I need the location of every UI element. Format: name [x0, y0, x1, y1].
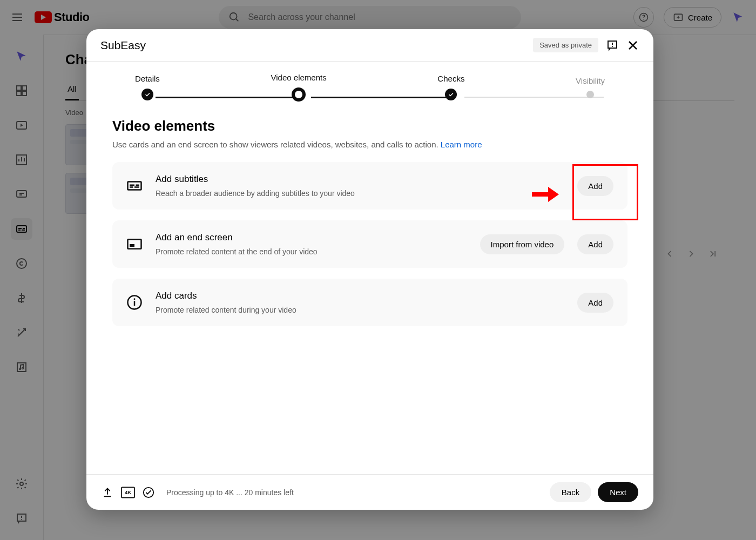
modal-header: SubEasy Saved as private — [86, 29, 653, 62]
section-desc-text: Use cards and an end screen to show view… — [112, 140, 441, 149]
close-icon[interactable] — [626, 39, 639, 52]
card-cards: Add cards Promote related content during… — [112, 279, 627, 326]
step-connector — [311, 97, 450, 98]
check-circle-icon — [143, 487, 154, 498]
svg-rect-23 — [130, 244, 134, 247]
current-step-icon — [292, 87, 306, 102]
endscreen-icon — [126, 236, 143, 252]
step-details[interactable]: Details — [135, 74, 160, 100]
svg-point-20 — [612, 46, 613, 47]
feedback-icon[interactable] — [606, 39, 619, 52]
card-desc: Promote related content at the end of yo… — [156, 247, 467, 256]
step-checks[interactable]: Checks — [437, 74, 464, 100]
section-description: Use cards and an end screen to show view… — [112, 140, 627, 149]
add-cards-button[interactable]: Add — [577, 293, 613, 313]
modal-title: SubEasy — [100, 39, 146, 52]
add-subtitles-button[interactable]: Add — [577, 176, 613, 196]
back-button[interactable]: Back — [550, 482, 591, 502]
step-label: Checks — [437, 74, 464, 83]
learn-more-link[interactable]: Learn more — [441, 140, 482, 149]
card-title: Add cards — [156, 291, 564, 301]
card-title: Add an end screen — [156, 232, 467, 243]
subtitles-icon — [126, 178, 143, 194]
info-icon — [126, 294, 143, 310]
svg-point-25 — [134, 298, 136, 300]
card-endscreen: Add an end screen Promote related conten… — [112, 220, 627, 268]
step-video-elements[interactable]: Video elements — [271, 73, 327, 102]
card-title: Add subtitles — [156, 174, 564, 185]
svg-text:4K: 4K — [125, 489, 131, 495]
save-status: Saved as private — [533, 38, 598, 52]
section-title: Video elements — [112, 118, 627, 134]
step-label: Details — [135, 74, 160, 83]
step-label: Video elements — [271, 73, 327, 82]
card-subtitles: Add subtitles Reach a broader audience b… — [112, 162, 627, 210]
step-visibility[interactable]: Visibility — [576, 76, 605, 98]
add-endscreen-button[interactable]: Add — [577, 234, 613, 254]
import-from-video-button[interactable]: Import from video — [480, 234, 565, 254]
next-button[interactable]: Next — [598, 482, 638, 502]
stepper: Details Video elements Checks Visibility — [86, 68, 653, 106]
upload-modal: SubEasy Saved as private Details Video e… — [86, 29, 653, 510]
processing-status: Processing up to 4K ... 20 minutes left — [166, 488, 294, 497]
check-icon — [141, 89, 153, 100]
upload-icon — [102, 487, 113, 498]
pending-step-icon — [586, 91, 594, 98]
check-icon — [445, 89, 457, 100]
card-desc: Reach a broader audience by adding subti… — [156, 189, 564, 198]
card-desc: Promote related content during your vide… — [156, 306, 564, 314]
modal-footer: 4K Processing up to 4K ... 20 minutes le… — [86, 474, 653, 510]
4k-icon: 4K — [121, 487, 135, 498]
modal-body: Video elements Use cards and an end scre… — [86, 106, 653, 474]
step-label: Visibility — [576, 76, 605, 85]
